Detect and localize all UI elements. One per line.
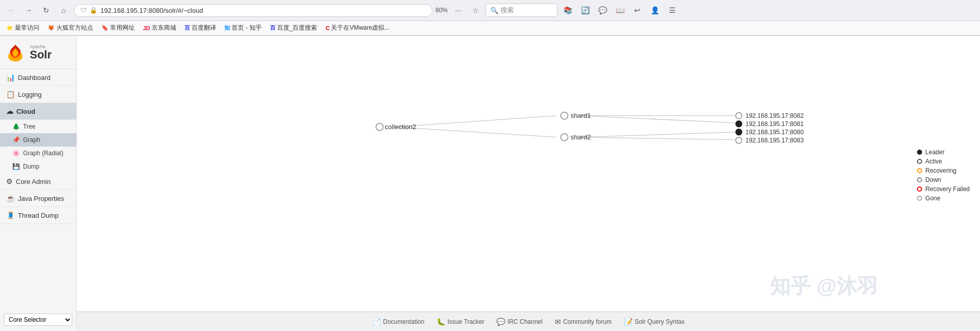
active-dot [917, 159, 922, 164]
sidebar-navigation: 📊 Dashboard 📋 Logging ☁ Cloud 🌲 Tree 📌 G… [0, 69, 76, 308]
bookmark-baidu-translate[interactable]: 百 百度翻译 [182, 23, 218, 33]
cloud-label: Cloud [16, 108, 35, 115]
sidebar-item-java-properties[interactable]: ☕ Java Properties [0, 190, 76, 207]
baidu-translate-icon: 百 [184, 24, 190, 32]
sidebar-subitem-dump[interactable]: 💾 Dump [0, 160, 76, 173]
bookmark-baidu-search[interactable]: 百 百度_百度搜索 [268, 23, 320, 33]
issue-tracker-label: Issue Tracker [447, 318, 484, 325]
undo-button[interactable]: ↩ [630, 3, 644, 17]
footer-issue-tracker[interactable]: 🐛 Issue Tracker [436, 318, 484, 326]
dashboard-icon: 📊 [6, 73, 15, 81]
svg-point-7 [376, 123, 383, 131]
bookmark-jd[interactable]: JD 京东商城 [141, 23, 178, 33]
solr-name-label: Solr [30, 49, 52, 60]
active-label: Active [925, 158, 942, 165]
bookmark-vmware[interactable]: C 关于在VMware虚拟... [323, 23, 391, 33]
chat-button[interactable]: 💬 [595, 3, 610, 17]
graph-legend: Leader Active Recovering Down Recovery F… [917, 149, 970, 204]
footer-solr-query-syntax[interactable]: 📝 Solr Query Syntax [624, 318, 684, 326]
sidebar-item-cloud[interactable]: ☁ Cloud [0, 103, 76, 120]
menu-button[interactable]: ☰ [665, 3, 679, 17]
bookmark-label: 常用网址 [110, 24, 135, 32]
logging-icon: 📋 [6, 90, 15, 98]
main-content: collection2 shard1 shard2 192.168.195.17… [77, 36, 980, 331]
svg-line-6 [580, 137, 737, 140]
footer-community-forum[interactable]: ✉ Community forum [555, 318, 612, 326]
bookmarks-bar: ⭐ 最常访问 🦊 火狐官方站点 🔖 常用网址 JD 京东商城 百 百度翻译 知 … [0, 21, 980, 35]
legend-recovering: Recovering [917, 167, 970, 174]
svg-point-9 [561, 112, 568, 119]
zoom-level: 80% [435, 7, 448, 14]
sync-button[interactable]: 🔄 [578, 3, 592, 17]
gone-dot [917, 196, 922, 201]
svg-text:collection2: collection2 [385, 123, 416, 131]
bookmark-firefox[interactable]: 🦊 火狐官方站点 [46, 23, 95, 33]
forward-button[interactable]: → [22, 3, 36, 17]
sidebar-subitem-graph-radial[interactable]: 🌸 Graph (Radial) [0, 147, 76, 160]
baidu-search-icon: 百 [270, 24, 276, 32]
bookmark-label: 首页 - 知乎 [232, 24, 262, 32]
bookmark-label: 京东商城 [152, 24, 176, 32]
toolbar-right: 80% ··· ☆ [435, 3, 483, 17]
sidebar-subitem-graph[interactable]: 📌 Graph [0, 133, 76, 147]
svg-text:shard2: shard2 [571, 133, 591, 141]
solr-flame-icon [5, 42, 26, 63]
browser-toolbar: ← → ↻ ⌂ 🛡 🔒 192.168.195.17:8080/solr/#/~… [0, 0, 980, 21]
community-label: Community forum [563, 318, 612, 325]
sidebar-item-thread-dump[interactable]: 🧵 Thread Dump [0, 207, 76, 224]
recovery-failed-dot [917, 187, 922, 192]
core-selector-select[interactable]: Core Selector [4, 314, 72, 326]
java-icon: ☕ [6, 194, 15, 202]
leader-dot [917, 150, 922, 155]
legend-leader: Leader [917, 149, 970, 156]
collections-button[interactable]: 📚 [560, 3, 575, 17]
documentation-icon: 📄 [372, 318, 381, 326]
sidebar-subitem-tree[interactable]: 🌲 Tree [0, 120, 76, 133]
tree-icon: 🌲 [12, 123, 20, 130]
svg-line-5 [580, 132, 737, 137]
back-button[interactable]: ← [4, 3, 18, 17]
svg-point-15 [736, 121, 742, 127]
dashboard-label: Dashboard [18, 74, 51, 81]
sidebar-item-core-admin[interactable]: ⚙ Core Admin [0, 173, 76, 190]
dump-icon: 💾 [12, 163, 20, 170]
star-icon: ⭐ [6, 25, 13, 31]
bookmark-frequent[interactable]: ⭐ 最常访问 [4, 23, 41, 33]
home-button[interactable]: ⌂ [56, 3, 71, 17]
footer-irc-channel[interactable]: 💬 IRC Channel [496, 318, 543, 326]
bookmark-label: 百度翻译 [192, 24, 216, 32]
down-label: Down [925, 176, 941, 183]
bookmark-common[interactable]: 🔖 常用网址 [99, 23, 137, 33]
sidebar-item-logging[interactable]: 📋 Logging [0, 86, 76, 103]
svg-point-13 [736, 113, 742, 119]
shield-icon: 🛡 [80, 7, 87, 14]
svg-point-11 [561, 134, 568, 141]
irc-label: IRC Channel [507, 318, 543, 325]
logging-label: Logging [18, 91, 41, 98]
thread-dump-icon: 🧵 [6, 211, 15, 219]
link-icon: 🔖 [101, 25, 109, 31]
bookmark-zhihu[interactable]: 知 首页 - 知乎 [222, 23, 264, 33]
core-selector-container: Core Selector [4, 314, 72, 326]
cloud-icon: ☁ [6, 107, 13, 115]
legend-recovery-failed: Recovery Failed [917, 185, 970, 193]
svg-point-17 [736, 129, 742, 135]
sidebar-item-dashboard[interactable]: 📊 Dashboard [0, 69, 76, 86]
legend-gone: Gone [917, 195, 970, 202]
graph-icon: 📌 [12, 136, 20, 143]
cloud-graph-svg: collection2 shard1 shard2 192.168.195.17… [77, 36, 980, 331]
more-button[interactable]: ··· [451, 3, 465, 17]
profile-button[interactable]: 👤 [648, 3, 662, 17]
query-syntax-icon: 📝 [624, 318, 633, 326]
core-admin-label: Core Admin [16, 178, 51, 185]
svg-line-4 [395, 127, 557, 137]
reader-button[interactable]: 📖 [613, 3, 627, 17]
jd-icon: JD [143, 25, 150, 31]
address-bar[interactable]: 🛡 🔒 192.168.195.17:8080/solr/#/~cloud [74, 4, 432, 17]
bookmark-star-button[interactable]: ☆ [468, 3, 483, 17]
search-bar[interactable]: 🔍 搜索 [486, 4, 557, 17]
refresh-button[interactable]: ↻ [39, 3, 53, 17]
svg-text:192.168.195.17:8082: 192.168.195.17:8082 [745, 112, 804, 119]
legend-down: Down [917, 176, 970, 183]
footer-documentation[interactable]: 📄 Documentation [372, 318, 425, 326]
